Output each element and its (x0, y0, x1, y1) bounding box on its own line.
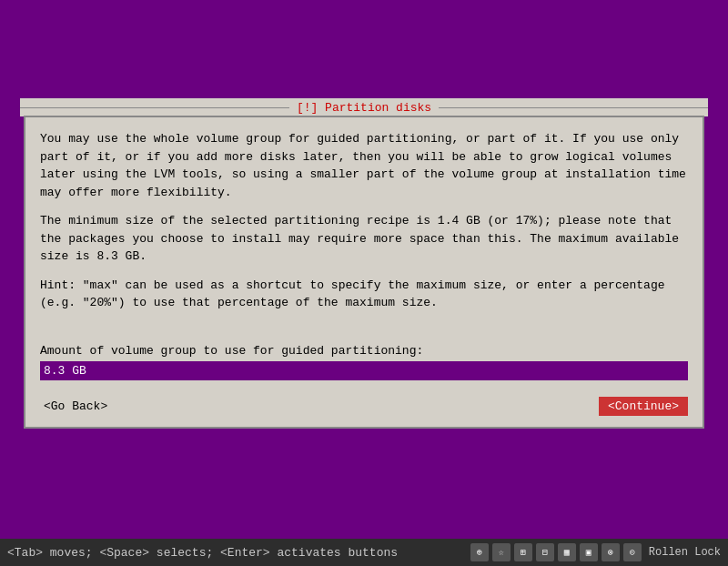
dialog-box: You may use the whole volume group for g… (24, 116, 704, 429)
input-section: Amount of volume group to use for guided… (40, 344, 688, 380)
title-bar-left-line (20, 107, 289, 108)
taskbar-icon-2[interactable]: ☆ (492, 543, 511, 561)
paragraph-3: Hint: "max" can be used as a shortcut to… (40, 277, 688, 312)
taskbar-label: Rollen Lock (649, 546, 721, 559)
taskbar-icon-7[interactable]: ⊗ (602, 543, 620, 561)
dialog-title: [!] Partition disks (289, 101, 439, 115)
taskbar-icon-6[interactable]: ▣ (580, 543, 598, 561)
taskbar-icon-4[interactable]: ⊟ (536, 543, 554, 561)
taskbar-icon-5[interactable]: ▦ (558, 543, 576, 561)
dialog-content: You may use the whole volume group for g… (40, 130, 688, 339)
title-bar-right-line (439, 107, 708, 108)
volume-group-input[interactable] (40, 361, 688, 380)
go-back-button[interactable]: <Go Back> (40, 398, 111, 415)
input-label: Amount of volume group to use for guided… (40, 344, 688, 358)
title-bar: [!] Partition disks (20, 98, 708, 116)
status-text: <Tab> moves; <Space> selects; <Enter> ac… (7, 546, 398, 560)
paragraph-1: You may use the whole volume group for g… (40, 130, 688, 201)
continue-button[interactable]: <Continue> (599, 397, 688, 416)
button-row: <Go Back> <Continue> (40, 397, 688, 416)
status-bar: <Tab> moves; <Space> selects; <Enter> ac… (0, 539, 728, 566)
taskbar-icon-8[interactable]: ⊙ (623, 543, 642, 561)
paragraph-2: The minimum size of the selected partiti… (40, 212, 688, 266)
taskbar-icon-1[interactable]: ⊕ (470, 543, 489, 561)
taskbar-icon-3[interactable]: ⊞ (514, 543, 532, 561)
desktop: [!] Partition disks You may use the whol… (0, 0, 728, 566)
taskbar-icons: ⊕ ☆ ⊞ ⊟ ▦ ▣ ⊗ ⊙ Rollen Lock (470, 543, 721, 561)
